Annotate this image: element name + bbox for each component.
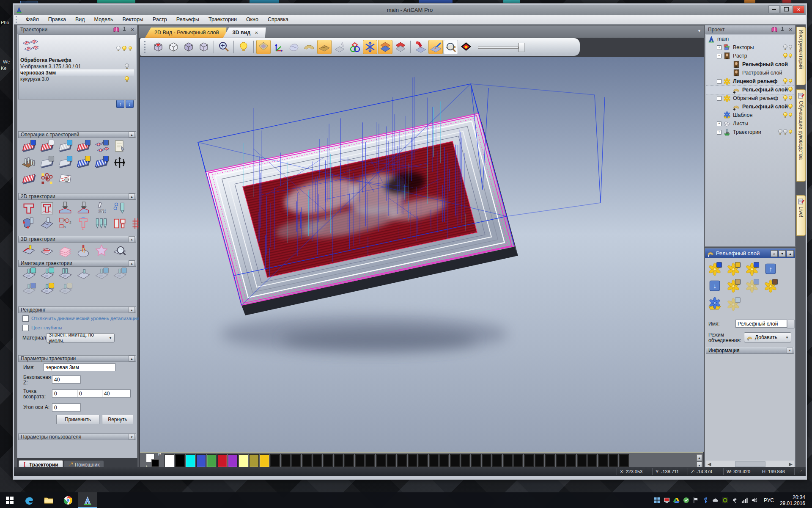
texture-toolpath-icon[interactable] [40,217,54,230]
visibility-bulb-icon[interactable] [783,129,787,135]
colour-swatch[interactable] [249,454,259,467]
start-button[interactable] [0,492,19,508]
z-level-roughing-icon[interactable] [40,244,54,258]
expand-section-icon[interactable]: ▼ [787,348,793,353]
view-down-x-icon[interactable] [166,40,181,54]
load-simulation-icon[interactable] [40,283,54,296]
colour-swatch[interactable] [535,454,544,467]
pin-icon[interactable] [121,26,128,33]
tree-item[interactable]: +Листы [706,119,794,128]
colour-swatch[interactable] [429,454,439,467]
toolpath-summary-icon[interactable] [40,140,54,153]
simulate-block-icon[interactable] [40,268,54,281]
visibility-bulb-icon[interactable] [783,78,787,84]
revert-button[interactable]: Вернуть [102,415,133,424]
colour-swatch[interactable] [513,454,523,467]
network-icon[interactable] [741,497,748,504]
collapse-section-icon[interactable]: ▲ [129,236,135,242]
visibility-bulb-icon[interactable] [116,46,121,51]
expand-section-icon[interactable]: ▼ [129,434,135,440]
minimize-button[interactable] [768,6,780,13]
menu-item[interactable]: Файл [21,17,44,22]
colour-swatch[interactable] [450,454,460,467]
tree-item[interactable]: Шаблон [706,111,794,119]
collapse-icon[interactable]: − [717,79,721,84]
delete-all-simulations-icon[interactable] [112,268,127,281]
colour-swatch[interactable] [344,454,354,467]
toolpath-template-open-icon[interactable] [76,156,91,169]
titlebar[interactable]: main - ArtCAM Pro ✕ [14,5,806,15]
language-indicator[interactable]: РУС [760,497,777,503]
detail-slider[interactable] [478,40,524,54]
toolpath-preview-icon[interactable] [112,244,127,258]
save-toolpath-icon[interactable] [22,140,36,153]
home-panel-icon[interactable]: ⌂ [771,250,778,257]
iso-view-icon[interactable] [151,40,165,54]
section-3d-toolpaths[interactable]: 3D траектории ▲ [18,236,136,243]
colour-swatch[interactable] [376,454,386,467]
3d-view[interactable] [140,57,704,452]
expand-icon[interactable]: + [717,121,721,126]
home-x-input[interactable] [52,389,78,398]
relief-layers-icon[interactable] [378,40,392,54]
visibility-bulb-icon[interactable] [789,130,792,134]
visibility-bulb-icon[interactable] [788,87,793,92]
greyscale-layer-icon[interactable] [763,279,778,293]
material-dropdown[interactable]: Значен. имитац. по умолч. ▼ [46,333,115,342]
colour-swatch[interactable] [482,454,491,467]
toolpath-list-item[interactable]: черновая 3мм [20,69,134,76]
move-layer-down-icon[interactable]: ↓ [708,279,722,293]
preview-relief-icon[interactable] [444,40,458,54]
toggle-origin-icon[interactable] [272,40,286,54]
tree-item[interactable]: Растровый слой [706,69,794,77]
collapse-section-icon[interactable]: ▲ [129,356,135,362]
toolpath-list-item[interactable]: Обработка Рельефа [20,57,134,63]
view-down-y-icon[interactable] [181,40,196,54]
colour-swatch[interactable] [291,454,301,467]
tree-item[interactable]: −Растр [706,52,794,60]
menu-item[interactable]: Справка [263,17,293,22]
close-tab-icon[interactable]: ✕ [255,30,258,35]
area-clearance-icon[interactable] [40,202,54,215]
palette-scroll-up-icon[interactable]: ▲ [697,454,702,461]
toolpath-template-save-icon[interactable] [94,156,109,169]
zoom-tool-icon[interactable] [217,40,231,54]
visibility-bulb-icon[interactable] [789,113,792,117]
colour-swatch[interactable] [323,454,333,467]
section-toolpath-simulation[interactable]: Имитация траектории ▲ [18,260,136,267]
simulate-toolpath-icon[interactable] [22,268,36,281]
colour-swatch[interactable] [609,454,618,467]
relief-stamp-icon[interactable] [332,40,347,54]
expand-panel-icon[interactable]: ▴ [787,250,794,257]
colour-swatch[interactable] [598,454,608,467]
move-toolpath-down-button[interactable]: ↓ [126,100,134,108]
section-2d-toolpaths[interactable]: 2D траектории ▲ [18,193,136,200]
toolpath-list-item[interactable]: кукуруза 3.0 [20,76,134,82]
colour-swatch[interactable] [556,454,565,467]
delete-toolpath-icon[interactable] [58,140,72,153]
transfer-toolpath-icon[interactable] [22,172,36,185]
tree-item[interactable]: +Траектории [706,128,794,136]
chrome-icon[interactable] [58,492,78,508]
colour-swatch[interactable] [545,454,555,467]
machine-relief-icon[interactable] [22,244,36,258]
menu-item[interactable]: Траектории [204,17,241,22]
colour-swatch[interactable] [355,454,365,467]
merge-toolpaths-icon[interactable] [40,172,54,185]
apply-button[interactable]: Применить [56,415,99,424]
gdrive-icon[interactable] [673,497,680,504]
colour-swatch[interactable] [165,454,174,467]
open-layer-icon[interactable] [726,262,741,276]
visibility-bulb-icon[interactable] [789,45,792,49]
clock[interactable]: 20:34 29.01.2016 [780,494,808,506]
render-lamp-icon[interactable] [413,40,428,54]
resize-grip[interactable]: ⋰ [794,468,806,475]
colour-swatch[interactable] [524,454,534,467]
draw-ring-icon[interactable] [302,40,316,54]
flag-icon[interactable] [692,497,700,504]
help-book-icon[interactable] [113,26,120,33]
delete-layer-icon[interactable] [726,297,741,311]
colour-swatch[interactable] [260,454,269,467]
visibility-bulb-icon[interactable] [783,95,787,101]
tab-2d-view[interactable]: 2D Вид - Рельефный слой [145,28,227,38]
